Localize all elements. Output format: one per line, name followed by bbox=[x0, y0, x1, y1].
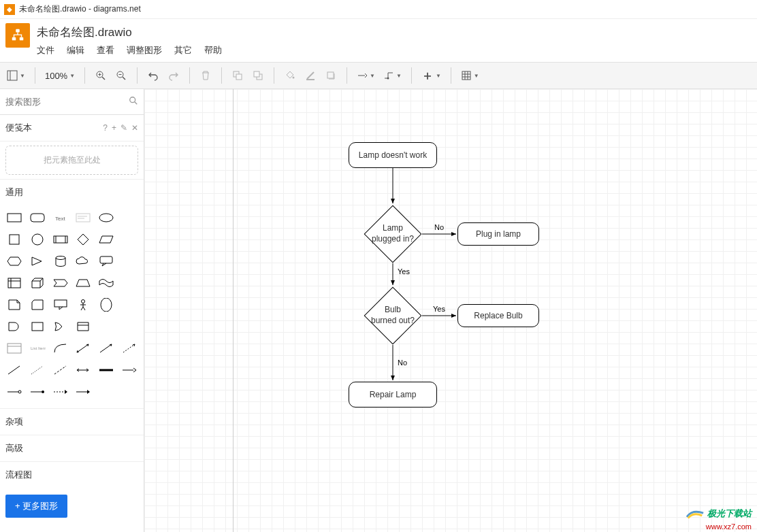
scratchpad-header[interactable]: 便笺本 ? + ✎ ✕ bbox=[0, 115, 144, 142]
scratchpad-dropzone[interactable]: 把元素拖至此处 bbox=[5, 146, 138, 175]
shape-connector4[interactable] bbox=[50, 382, 71, 401]
shape-arrow[interactable] bbox=[96, 339, 116, 358]
svg-text:List Item: List Item bbox=[31, 346, 46, 350]
main: 便笺本 ? + ✎ ✕ 把元素拖至此处 通用 Text bbox=[0, 89, 757, 532]
menu-adjust[interactable]: 调整图形 bbox=[127, 44, 162, 56]
shape-parallelogram[interactable] bbox=[96, 230, 116, 249]
shape-card[interactable] bbox=[27, 295, 48, 314]
to-front-button[interactable] bbox=[229, 67, 246, 84]
document-title[interactable]: 未命名绘图.drawio bbox=[37, 23, 752, 43]
zoom-out-button[interactable] bbox=[112, 67, 130, 84]
node-replace[interactable]: Replace Bulb bbox=[457, 304, 539, 327]
table-dropdown[interactable]: ▼ bbox=[458, 67, 482, 84]
node-repair[interactable]: Repair Lamp bbox=[349, 382, 437, 408]
shape-container[interactable] bbox=[27, 317, 48, 336]
more-shapes-button[interactable]: + 更多图形 bbox=[5, 495, 67, 518]
shape-blank5[interactable] bbox=[119, 295, 140, 314]
category-advanced[interactable]: 高级 bbox=[0, 435, 144, 461]
node-decision-bulb[interactable]: Bulbburned out? bbox=[364, 286, 422, 345]
view-mode-dropdown[interactable]: ▼ bbox=[4, 67, 28, 84]
undo-button[interactable] bbox=[144, 67, 162, 84]
shape-cloud[interactable] bbox=[74, 252, 94, 271]
shape-connector3[interactable] bbox=[27, 382, 48, 401]
shape-blank3[interactable] bbox=[119, 252, 140, 271]
shape-blank4[interactable] bbox=[119, 273, 140, 293]
fill-color-button[interactable] bbox=[281, 67, 299, 84]
insert-dropdown[interactable]: ＋▼ bbox=[419, 67, 444, 84]
shape-connector1[interactable] bbox=[119, 361, 140, 380]
shape-actor[interactable] bbox=[74, 295, 94, 314]
category-misc[interactable]: 杂项 bbox=[0, 408, 144, 435]
shape-callout2[interactable] bbox=[50, 295, 71, 314]
menu-help[interactable]: 帮助 bbox=[204, 44, 222, 56]
scratchpad-help-icon[interactable]: ? bbox=[103, 123, 108, 133]
shape-hexagon[interactable] bbox=[4, 252, 25, 271]
shape-cube[interactable] bbox=[27, 273, 48, 293]
shape-square[interactable] bbox=[4, 230, 25, 249]
node-start[interactable]: Lamp doesn't work bbox=[349, 142, 437, 168]
connection-dropdown[interactable]: ▼ bbox=[354, 67, 378, 84]
search-input[interactable] bbox=[5, 97, 129, 107]
shape-triangle[interactable] bbox=[27, 252, 48, 271]
shape-text[interactable]: Text bbox=[50, 208, 71, 227]
shape-internal[interactable] bbox=[4, 273, 25, 293]
shape-rounded[interactable] bbox=[27, 208, 48, 227]
shape-thickline[interactable] bbox=[96, 361, 116, 380]
shape-biarrow2[interactable] bbox=[74, 361, 94, 380]
svg-point-36 bbox=[32, 234, 43, 245]
shape-curve[interactable] bbox=[50, 339, 71, 358]
category-flowchart[interactable]: 流程图 bbox=[0, 461, 144, 488]
shape-list[interactable] bbox=[4, 339, 25, 358]
shape-cylinder[interactable] bbox=[50, 252, 71, 271]
shape-connector2[interactable] bbox=[4, 382, 25, 401]
shape-line[interactable] bbox=[4, 361, 25, 380]
shape-process[interactable] bbox=[50, 230, 71, 249]
shape-biarrow[interactable] bbox=[74, 339, 94, 358]
menu-other[interactable]: 其它 bbox=[174, 44, 192, 56]
shape-connector5[interactable] bbox=[74, 382, 94, 401]
zoom-dropdown[interactable]: 100%▼ bbox=[42, 71, 78, 81]
app-logo[interactable] bbox=[5, 23, 30, 48]
shape-callout[interactable] bbox=[96, 252, 116, 271]
shape-blank6[interactable] bbox=[96, 317, 116, 336]
shape-step[interactable] bbox=[50, 273, 71, 293]
shape-trapezoid[interactable] bbox=[74, 273, 94, 293]
shape-or[interactable] bbox=[50, 317, 71, 336]
shape-textbox[interactable] bbox=[74, 208, 94, 227]
redo-button[interactable] bbox=[165, 67, 182, 84]
shape-listitem[interactable]: List Item bbox=[27, 339, 48, 358]
shape-datastore[interactable] bbox=[74, 317, 94, 336]
line-color-button[interactable] bbox=[302, 67, 319, 84]
waypoints-dropdown[interactable]: ▼ bbox=[381, 67, 404, 84]
shape-note[interactable] bbox=[4, 295, 25, 314]
zoom-in-button[interactable] bbox=[92, 67, 110, 84]
scratchpad-add-icon[interactable]: + bbox=[112, 123, 116, 133]
svg-rect-15 bbox=[254, 71, 259, 77]
shape-dotline[interactable] bbox=[27, 361, 48, 380]
shape-tape[interactable] bbox=[96, 273, 116, 293]
shape-circle[interactable] bbox=[27, 230, 48, 249]
shape-dashline[interactable] bbox=[50, 361, 71, 380]
scratchpad-edit-icon[interactable]: ✎ bbox=[120, 123, 127, 133]
to-back-button[interactable] bbox=[249, 67, 267, 84]
shape-rect[interactable] bbox=[4, 208, 25, 227]
menu-file[interactable]: 文件 bbox=[37, 44, 54, 56]
shapes-general-header[interactable]: 通用 bbox=[0, 179, 144, 205]
scratchpad-close-icon[interactable]: ✕ bbox=[131, 123, 138, 133]
shape-ellipse[interactable] bbox=[96, 208, 116, 227]
shadow-button[interactable] bbox=[322, 67, 340, 84]
shape-blank2[interactable] bbox=[119, 230, 140, 249]
shape-diamond[interactable] bbox=[74, 230, 94, 249]
shape-lens[interactable] bbox=[96, 295, 116, 314]
node-decision-plugged[interactable]: Lampplugged in? bbox=[364, 205, 422, 263]
shape-and[interactable] bbox=[4, 317, 25, 336]
node-plugin[interactable]: Plug in lamp bbox=[457, 222, 539, 246]
search-icon[interactable] bbox=[129, 96, 138, 107]
shape-dasharrow[interactable] bbox=[119, 339, 140, 358]
shape-blank7[interactable] bbox=[119, 317, 140, 336]
canvas[interactable]: Lamp doesn't work Lampplugged in? Plug i… bbox=[144, 89, 757, 532]
menu-edit[interactable]: 编辑 bbox=[67, 44, 84, 56]
delete-button[interactable] bbox=[197, 67, 214, 84]
shape-blank[interactable] bbox=[119, 208, 140, 227]
menu-view[interactable]: 查看 bbox=[97, 44, 114, 56]
